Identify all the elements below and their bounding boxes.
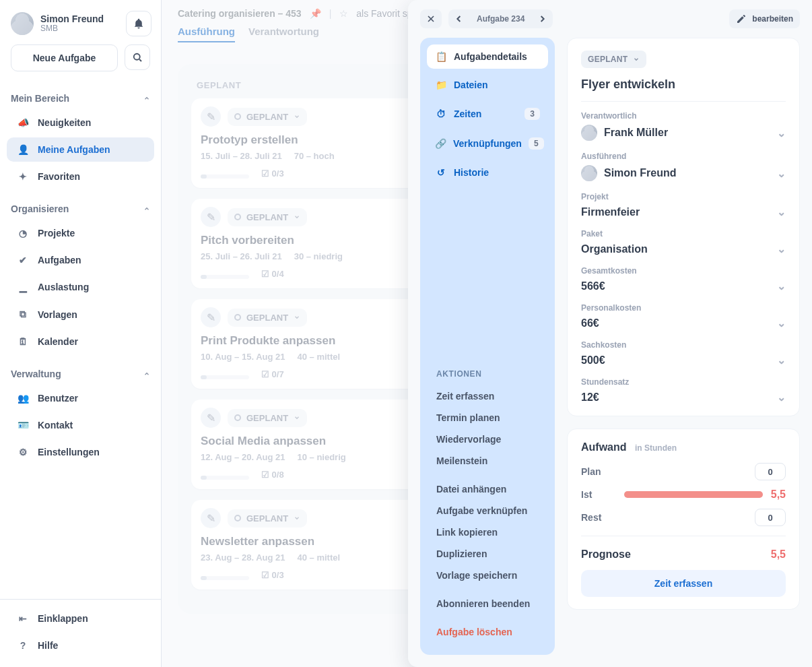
pencil-icon: ✎ (201, 207, 221, 227)
tab-links[interactable]: 🔗 Verknüpfungen 5 (427, 131, 548, 156)
plan-label: Plan (581, 466, 616, 477)
detail-panel: GEPLANT Flyer entwickeln Verantwortlich … (567, 38, 800, 416)
action-attach[interactable]: Datei anhängen (431, 478, 544, 500)
avatar (581, 125, 597, 141)
breadcrumb-title[interactable]: Catering organisieren – 453 (178, 8, 302, 19)
chevron-right-icon (537, 13, 547, 24)
star-outline-icon[interactable]: ☆ (339, 8, 348, 19)
status-chip[interactable]: GEPLANT (228, 509, 307, 528)
nav-contact[interactable]: 🪪Kontakt (7, 413, 154, 437)
checklist-count: ☑ 0/7 (261, 369, 284, 379)
field-executing[interactable]: Simon Freund ⌄ (581, 165, 786, 181)
action-duplicate[interactable]: Duplizieren (431, 543, 544, 565)
section-mein-bereich[interactable]: Mein Bereich (0, 81, 161, 108)
rest-input[interactable]: 0 (755, 509, 786, 526)
user-name: Simon Freund (40, 13, 104, 24)
section-verwaltung[interactable]: Verwaltung (0, 356, 161, 383)
status-chip[interactable]: GEPLANT (228, 409, 307, 427)
nav-workload[interactable]: ▁Auslastung (7, 275, 154, 299)
field-rate[interactable]: 12€ ⌄ (581, 391, 786, 404)
nav-users[interactable]: 👥Benutzer (7, 386, 154, 410)
pencil-icon (736, 13, 747, 24)
prognose-value: 5,5 (771, 548, 786, 561)
field-material-cost[interactable]: 500€ ⌄ (581, 354, 786, 367)
chevron-down-icon: ⌄ (777, 127, 786, 139)
nav-label: Favoriten (38, 171, 80, 182)
user-subtitle: SMB (40, 24, 104, 34)
section-organisieren[interactable]: Organisieren (0, 191, 161, 218)
action-time-track[interactable]: Zeit erfassen (431, 385, 544, 407)
tab-label: Aufgabendetails (454, 51, 527, 62)
value: 12€ (581, 391, 599, 404)
chevron-down-icon: ⌄ (777, 280, 786, 292)
search-button[interactable] (125, 44, 150, 70)
new-task-button[interactable]: Neue Aufgabe (11, 44, 118, 71)
calendar-icon: 🗓 (16, 336, 30, 347)
chevron-down-icon: ⌄ (777, 205, 786, 218)
plan-input[interactable]: 0 (755, 463, 786, 480)
checklist-count: ☑ 0/3 (261, 570, 284, 580)
nav-collapse[interactable]: ⇤Einklappen (7, 606, 154, 631)
card-priority: 40 – mittel (297, 552, 340, 563)
action-schedule[interactable]: Termin planen (431, 407, 544, 428)
field-personnel-cost[interactable]: 66€ ⌄ (581, 317, 786, 329)
close-icon (426, 13, 436, 24)
card-dates: 23. Aug – 28. Aug 21 (201, 552, 285, 563)
action-unsubscribe[interactable]: Abonnieren beenden (431, 593, 544, 614)
nav-projects[interactable]: ◔Projekte (7, 221, 154, 245)
status-badge[interactable]: GEPLANT (581, 51, 646, 68)
nav-my-tasks[interactable]: 👤Meine Aufgaben (7, 137, 154, 162)
pencil-icon: ✎ (201, 408, 221, 428)
card-dates: 15. Juli – 28. Juli 21 (201, 151, 282, 161)
status-chip[interactable]: GEPLANT (228, 309, 307, 327)
action-save-template[interactable]: Vorlage speichern (431, 565, 544, 586)
nav-label: Hilfe (38, 640, 58, 651)
action-resubmit[interactable]: Wiedervorlage (431, 428, 544, 450)
nav-news[interactable]: 📣Neuigkeiten (7, 110, 154, 135)
pin-icon[interactable]: 📌 (310, 8, 321, 19)
prev-task-button[interactable] (448, 9, 470, 28)
nav-label: Auslastung (38, 282, 89, 292)
task-ref: Aufgabe 234 (470, 9, 531, 28)
field-responsible[interactable]: Frank Müller ⌄ (581, 125, 786, 141)
nav-settings[interactable]: ⚙Einstellungen (7, 440, 154, 464)
value: 566€ (581, 280, 605, 292)
field-project[interactable]: Firmenfeier ⌄ (581, 205, 786, 218)
time-track-button[interactable]: Zeit erfassen (581, 570, 786, 597)
close-button[interactable] (420, 9, 442, 28)
action-delete[interactable]: Aufgabe löschen (431, 621, 544, 643)
status-chip[interactable]: GEPLANT (228, 208, 307, 226)
status-chip[interactable]: GEPLANT (228, 108, 307, 126)
nav-tasks[interactable]: ✔Aufgaben (7, 248, 154, 272)
nav-favorites[interactable]: ✦Favoriten (7, 164, 154, 189)
separator: | (329, 8, 332, 19)
nav-help[interactable]: ?Hilfe (7, 633, 154, 658)
user-menu[interactable]: Simon Freund SMB (11, 12, 104, 35)
id-card-icon: 🪪 (16, 420, 30, 431)
section-label: Mein Bereich (11, 93, 69, 104)
action-milestone[interactable]: Meilenstein (431, 450, 544, 472)
field-package[interactable]: Organisation ⌄ (581, 243, 786, 255)
tab-history[interactable]: ↺ Historie (427, 160, 548, 185)
tab-details[interactable]: 📋 Aufgabendetails (427, 44, 548, 69)
nav-label: Kontakt (38, 420, 73, 431)
task-title[interactable]: Flyer entwickeln (581, 77, 786, 92)
field-total-cost[interactable]: 566€ ⌄ (581, 280, 786, 292)
tab-execution[interactable]: Ausführung (178, 26, 235, 42)
notifications-button[interactable] (126, 11, 151, 36)
next-task-button[interactable] (531, 9, 553, 28)
collapse-icon: ⇤ (16, 613, 30, 624)
tab-files[interactable]: 📁 Dateien (427, 73, 548, 97)
edit-button[interactable]: bearbeiten (729, 9, 800, 28)
nav-label: Kalender (38, 336, 78, 347)
ist-bar (624, 491, 763, 498)
action-link-task[interactable]: Aufgabe verknüpfen (431, 500, 544, 521)
nav-templates[interactable]: ⧉Vorlagen (7, 302, 154, 327)
nav-label: Benutzer (38, 393, 78, 404)
action-copy-link[interactable]: Link kopieren (431, 521, 544, 543)
tab-responsibility[interactable]: Verantwortung (248, 26, 319, 42)
tab-times[interactable]: ⏱ Zeiten 3 (427, 101, 548, 127)
progress-bar (201, 576, 249, 580)
nav-calendar[interactable]: 🗓Kalender (7, 329, 154, 354)
sidebar: Simon Freund SMB Neue Aufgabe Mein Berei… (0, 0, 162, 667)
